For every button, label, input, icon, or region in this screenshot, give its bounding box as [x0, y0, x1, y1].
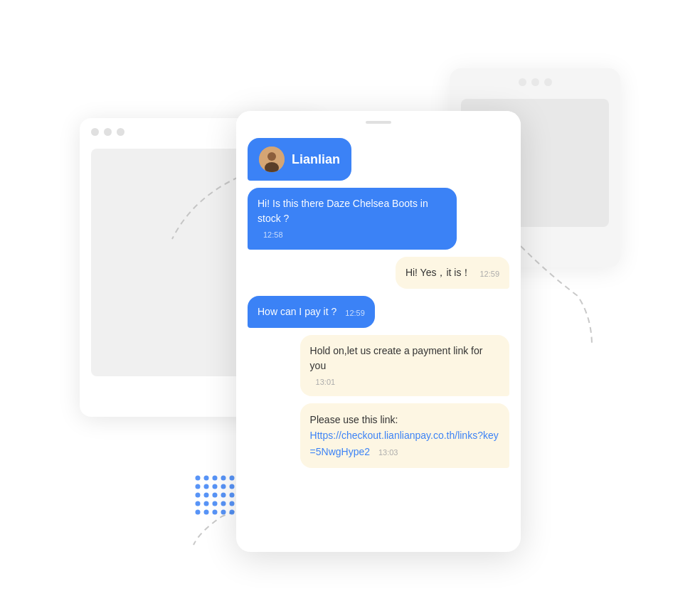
svg-point-32: [213, 484, 218, 489]
agent-name: Lianlian: [292, 152, 340, 167]
svg-point-36: [204, 493, 209, 498]
chat-messages-list: Lianlian Hi! Is this there Daze Chelsea …: [236, 131, 521, 552]
chat-window-header: [236, 111, 521, 131]
message-1-time: 12:58: [263, 229, 283, 241]
window-dot-3: [117, 128, 124, 136]
svg-point-33: [221, 484, 226, 489]
svg-point-34: [230, 484, 235, 489]
message-4-time: 13:01: [316, 376, 336, 388]
message-5-time: 13:03: [378, 448, 398, 457]
message-3-customer: How can I pay it ? 12:59: [248, 296, 375, 328]
message-3-inner: How can I pay it ? 12:59: [258, 304, 365, 319]
svg-point-27: [213, 476, 218, 481]
chat-handle: [366, 121, 391, 124]
window-dot-r1: [519, 78, 526, 86]
svg-point-40: [196, 501, 201, 506]
message-3-time: 12:59: [345, 307, 365, 319]
svg-point-35: [196, 493, 201, 498]
message-5-agent: Please use this link: Https://checkout.l…: [300, 403, 509, 468]
window-dot-1: [91, 128, 99, 136]
window-dot-2: [104, 128, 112, 136]
svg-point-28: [221, 476, 226, 481]
dots-grid-bottom: [193, 474, 236, 516]
svg-point-41: [204, 501, 209, 506]
svg-point-45: [196, 510, 201, 515]
message-1-text: Hi! Is this there Daze Chelsea Boots in …: [258, 196, 447, 226]
message-4-text: Hold on,let us create a payment link for…: [310, 344, 499, 373]
svg-point-37: [213, 493, 218, 498]
window-dot-r3: [544, 78, 552, 86]
svg-point-31: [204, 484, 209, 489]
message-5-inner: Please use this link: Https://checkout.l…: [310, 412, 499, 459]
svg-point-42: [213, 501, 218, 506]
payment-link[interactable]: Https://checkout.lianlianpay.co.th/links…: [310, 430, 499, 457]
message-4-inner: Hold on,let us create a payment link for…: [310, 344, 499, 388]
svg-point-48: [221, 510, 226, 515]
svg-point-39: [230, 493, 235, 498]
agent-header-bubble: Lianlian: [248, 138, 351, 181]
svg-point-26: [204, 476, 209, 481]
window-titlebar-right: [450, 68, 620, 93]
window-dot-r2: [531, 78, 539, 86]
message-1-customer: Hi! Is this there Daze Chelsea Boots in …: [248, 188, 457, 250]
message-1-inner: Hi! Is this there Daze Chelsea Boots in …: [258, 196, 447, 241]
message-2-time: 12:59: [479, 268, 499, 280]
svg-point-47: [213, 510, 218, 515]
main-scene: Lianlian Hi! Is this there Daze Chelsea …: [80, 33, 620, 573]
svg-point-30: [196, 484, 201, 489]
svg-point-44: [230, 501, 235, 506]
message-2-inner: Hi! Yes，it is！ 12:59: [405, 265, 499, 280]
svg-point-43: [221, 501, 226, 506]
message-2-text: Hi! Yes，it is！: [405, 265, 472, 280]
message-2-agent: Hi! Yes，it is！ 12:59: [396, 257, 509, 289]
svg-point-46: [204, 510, 209, 515]
chat-window: Lianlian Hi! Is this there Daze Chelsea …: [236, 111, 521, 552]
svg-point-49: [230, 510, 235, 515]
svg-point-29: [230, 476, 235, 481]
svg-point-38: [221, 493, 226, 498]
svg-point-25: [196, 476, 201, 481]
svg-point-51: [267, 152, 276, 161]
agent-avatar: [259, 147, 285, 172]
message-4-agent: Hold on,let us create a payment link for…: [300, 335, 509, 397]
message-3-text: How can I pay it ?: [258, 304, 336, 319]
message-5-prefix: Please use this link:: [310, 414, 398, 425]
